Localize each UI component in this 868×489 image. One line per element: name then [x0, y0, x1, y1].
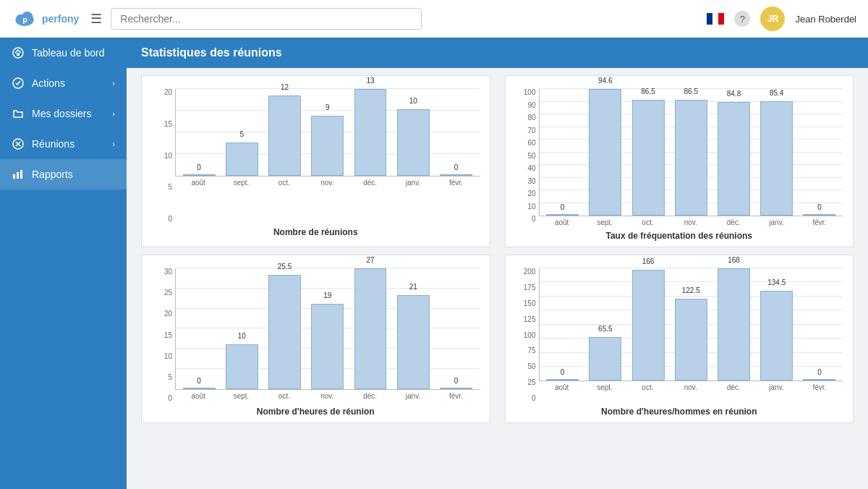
bar-chart-icon [12, 168, 25, 181]
y-label: 0 [152, 216, 175, 223]
bars-wrapper-nb-reunions: 0512913100 [175, 89, 480, 177]
user-name: Jean Roberdel [795, 14, 856, 25]
grid-line [176, 268, 480, 268]
x-label: sept. [221, 179, 261, 187]
bar-group: 65.5 [585, 337, 626, 381]
bar [546, 214, 579, 216]
x-label: déc. [349, 392, 390, 400]
x-label: août [178, 179, 218, 187]
chart-body: 0255075100125150175200065.5166122.516813… [513, 263, 846, 402]
charts-row-1: 051015200512913100aoûtsept.oct.nov.déc.j… [141, 75, 854, 247]
sidebar: Tableau de bord Actions › Mes dossiers › [0, 38, 127, 489]
bar-value-label: 86.5 [641, 88, 655, 95]
chart-nb-heures-reunion: 05101520253001025.51927210aoûtsept.oct.n… [141, 255, 490, 423]
bar-value-label: 84.8 [727, 90, 741, 98]
bar-value-label: 166 [642, 258, 655, 265]
bar-value-label: 0 [197, 163, 201, 171]
bar-group: 0 [542, 379, 583, 380]
x-label: nov. [671, 218, 711, 226]
avatar: JR [760, 7, 785, 31]
y-axis-nb-heures-hommes: 0255075100125150175200 [516, 268, 539, 402]
sidebar-item-mes-dossiers[interactable]: Mes dossiers › [0, 98, 127, 129]
bar [760, 101, 793, 216]
bar-value-label: 85.4 [770, 89, 783, 97]
stats-header: Statistiques des réunions [127, 38, 868, 68]
bar-value-label: 122.5 [682, 286, 700, 294]
chart-body: 051015200512913100aoûtsept.oct.nov.déc.j… [149, 83, 482, 223]
logo-icon: p [12, 6, 38, 32]
hamburger-icon[interactable]: ☰ [90, 11, 102, 27]
svg-rect-6 [718, 13, 724, 25]
x-label: janv. [756, 383, 796, 391]
y-label: 10 [516, 203, 539, 211]
sidebar-item-tableau-de-bord[interactable]: Tableau de bord [0, 38, 127, 68]
chart-nb-heures-hommes: 0255075100125150175200065.5166122.516813… [505, 255, 854, 423]
logo: p perfony [12, 6, 79, 32]
sidebar-item-reunions[interactable]: Réunions › [0, 129, 127, 159]
search-input[interactable] [111, 8, 422, 30]
bar-value-label: 0 [197, 377, 201, 385]
bar [632, 100, 665, 216]
bar [268, 95, 301, 176]
svg-rect-13 [13, 174, 15, 179]
bar-group: 134.5 [757, 291, 797, 380]
bar-value-label: 168 [728, 256, 740, 264]
y-label: 200 [516, 268, 539, 276]
y-label: 5 [152, 184, 175, 191]
bar [589, 89, 621, 216]
y-label: 75 [516, 347, 539, 354]
bar-value-label: 19 [323, 292, 331, 299]
x-label: nov. [307, 392, 347, 400]
x-labels-row: aoûtsept.oct.nov.déc.janv.févr. [539, 381, 843, 391]
bar-value-label: 0 [561, 368, 565, 376]
bar [397, 295, 430, 389]
bar-value-label: 9 [326, 103, 330, 111]
bar-group: 166 [628, 270, 668, 381]
bar-group: 0 [179, 174, 219, 176]
bar-value-label: 10 [409, 97, 417, 105]
y-axis-taux-frequentation: 0102030405060708090100 [516, 89, 539, 223]
x-label: janv. [393, 392, 433, 400]
bar-value-label: 5 [240, 130, 244, 138]
chart-nb-reunions: 051015200512913100aoûtsept.oct.nov.déc.j… [141, 75, 490, 247]
x-label: août [542, 383, 582, 391]
y-label: 0 [516, 395, 539, 402]
chart-body: 05101520253001025.51927210aoûtsept.oct.n… [149, 263, 482, 402]
bar [803, 379, 835, 380]
y-label: 50 [516, 363, 539, 370]
chevron-icon-reunions: › [112, 140, 115, 148]
help-icon[interactable]: ? [734, 11, 750, 27]
svg-rect-8 [17, 53, 20, 56]
y-label: 50 [516, 153, 539, 160]
bar [311, 116, 344, 176]
flag-icon [707, 13, 724, 25]
bar-value-label: 10 [238, 332, 246, 340]
x-label: août [542, 218, 582, 226]
bar-group: 9 [307, 116, 348, 176]
charts-row-2: 05101520253001025.51927210aoûtsept.oct.n… [141, 255, 854, 423]
chevron-icon-actions: › [112, 79, 115, 88]
sidebar-item-rapports[interactable]: Rapports [0, 159, 127, 190]
bar-group: 85.4 [757, 101, 797, 216]
bar [440, 388, 472, 389]
y-label: 30 [152, 268, 175, 276]
bar-value-label: 86.5 [684, 88, 698, 95]
bar-value-label: 0 [817, 203, 822, 211]
y-label: 5 [152, 374, 175, 381]
y-label: 25 [152, 289, 175, 297]
bar-group: 0 [799, 214, 840, 216]
svg-text:p: p [22, 15, 27, 24]
grid-line [540, 268, 843, 268]
bar [354, 268, 387, 389]
bar-group: 168 [713, 268, 754, 380]
sidebar-label-actions: Actions [32, 77, 65, 89]
bar-group: 94.6 [585, 89, 626, 216]
bar-group: 0 [435, 388, 476, 389]
logo-text: perfony [42, 13, 79, 25]
bar-value-label: 27 [366, 256, 374, 264]
chart-right-section: 01025.51927210aoûtsept.oct.nov.déc.janv.… [175, 268, 480, 400]
sidebar-label-rapports: Rapports [32, 169, 73, 180]
bar-value-label: 0 [561, 203, 565, 211]
folder-icon [12, 107, 25, 120]
sidebar-item-actions[interactable]: Actions › [0, 68, 127, 98]
